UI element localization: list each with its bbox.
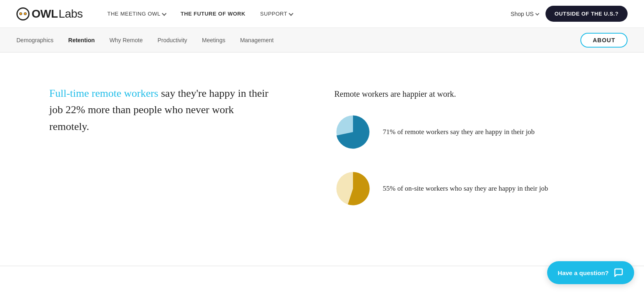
- top-navigation: OWLLabs THE MEETING OWL THE FUTURE OF WO…: [0, 0, 644, 28]
- chevron-icon: [162, 11, 166, 16]
- brand-light: Labs: [59, 7, 83, 21]
- outside-us-button[interactable]: OUTSIDE OF THE U.S.?: [545, 6, 628, 22]
- chevron-icon: [535, 11, 539, 16]
- hero-paragraph: Full-time remote workers say they're hap…: [49, 85, 275, 135]
- subnav-retention[interactable]: Retention: [68, 37, 95, 43]
- logo: OWLLabs: [16, 7, 83, 21]
- subnav-productivity[interactable]: Productivity: [158, 37, 187, 43]
- nav-meeting-owl[interactable]: THE MEETING OWL: [108, 11, 166, 17]
- sub-navigation: Demographics Retention Why Remote Produc…: [0, 28, 644, 52]
- subnav-meetings[interactable]: Meetings: [202, 37, 225, 43]
- chart-item-remote: 71% of remote workers say they are happy…: [335, 114, 620, 150]
- chat-button[interactable]: Have a question?: [547, 261, 634, 274]
- about-button[interactable]: ABOUT: [580, 33, 628, 48]
- chart-title: Remote workers are happier at work.: [335, 89, 620, 99]
- shop-us-button[interactable]: Shop US: [511, 11, 539, 17]
- chart-item-onsite: 55% of on-site workers who say they are …: [335, 170, 620, 207]
- chart-label-remote: 71% of remote workers say they are happy…: [383, 127, 535, 137]
- subnav-demographics[interactable]: Demographics: [16, 37, 53, 43]
- left-section: Full-time remote workers say they're hap…: [49, 85, 335, 135]
- hero-highlight: Full-time remote workers: [49, 87, 158, 99]
- chevron-icon: [289, 11, 293, 16]
- chat-icon: [614, 268, 623, 274]
- right-section: Remote workers are happier at work. 71% …: [335, 85, 620, 227]
- nav-support[interactable]: SUPPORT: [260, 11, 293, 17]
- subnav-management[interactable]: Management: [240, 37, 274, 43]
- sub-nav-links: Demographics Retention Why Remote Produc…: [16, 36, 580, 44]
- main-nav-links: THE MEETING OWL THE FUTURE OF WORK SUPPO…: [108, 11, 511, 17]
- nav-future-work[interactable]: THE FUTURE OF WORK: [181, 11, 245, 17]
- chart-label-onsite: 55% of on-site workers who say they are …: [383, 183, 548, 194]
- brand-bold: OWL: [32, 7, 58, 21]
- pie-chart-onsite: [335, 170, 371, 207]
- subnav-why-remote[interactable]: Why Remote: [110, 37, 143, 43]
- nav-right: Shop US OUTSIDE OF THE U.S.?: [511, 6, 628, 22]
- pie-chart-remote: [335, 114, 371, 150]
- logo-link[interactable]: OWLLabs: [16, 7, 83, 21]
- chat-label: Have a question?: [558, 269, 609, 274]
- main-content: Full-time remote workers say they're hap…: [0, 52, 644, 266]
